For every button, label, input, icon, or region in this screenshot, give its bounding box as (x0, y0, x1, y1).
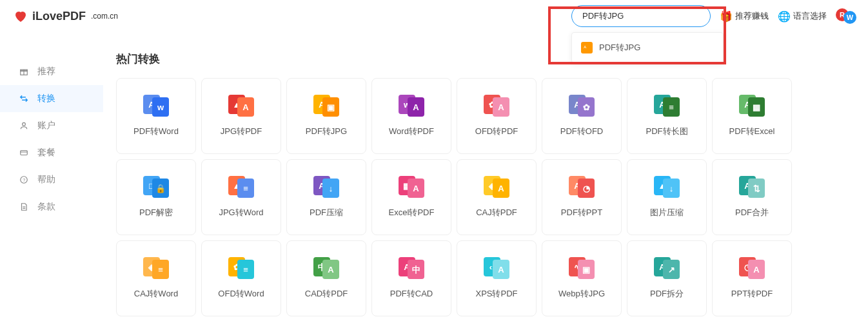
tool-label: OFD转PDF (475, 126, 518, 137)
globe-icon: 🌐 (778, 10, 791, 23)
sidebar-item-label: 帮助 (37, 174, 55, 186)
heart-icon (13, 8, 28, 24)
sidebar-item-convert[interactable]: 转换 (0, 85, 103, 112)
tool-icon: ◈A (484, 176, 509, 198)
tool-card[interactable]: wAWord转PDF (371, 78, 451, 154)
tool-label: OFD转Word (218, 288, 264, 300)
svg-text:?: ? (23, 178, 25, 182)
tool-label: PDF转OFD (560, 126, 603, 137)
tool-card[interactable]: A◔PDF转PPT (542, 159, 622, 235)
tool-card[interactable]: ∿▣Webp转JPG (542, 240, 622, 316)
tool-label: PPT转PDF (731, 288, 773, 300)
tool-icon: A中 (399, 257, 424, 279)
swap-icon (18, 93, 30, 104)
tool-label: PDF转长图 (646, 126, 688, 137)
svg-rect-6 (21, 151, 28, 155)
tool-icon: ▦A (399, 176, 424, 198)
sidebar-item-terms[interactable]: 条款 (0, 193, 103, 220)
tool-label: PDF转CAD (390, 288, 433, 300)
tool-card[interactable]: ◔APPT转PDF (712, 240, 792, 316)
language-select[interactable]: 🌐 语言选择 (778, 10, 827, 23)
tool-card[interactable]: A⇅PDF合并 (712, 159, 792, 235)
search-suggestion-label: PDF转JPG (599, 42, 640, 53)
search-suggestion-item[interactable]: A PDF转JPG (572, 38, 723, 57)
card-icon (18, 147, 30, 159)
tool-card[interactable]: ▲AJPG转PDF (201, 78, 281, 154)
tool-card[interactable]: □🔒PDF解密 (116, 159, 196, 235)
tool-card[interactable]: ✿≡OFD转Word (201, 240, 281, 316)
search-suggestions: A PDF转JPG (571, 32, 724, 63)
tool-label: PDF拆分 (650, 288, 684, 300)
tool-label: Excel转PDF (389, 207, 435, 218)
app-badges[interactable]: R W (836, 8, 855, 24)
logo-text: iLovePDF (32, 10, 86, 23)
svg-text:A: A (584, 45, 586, 49)
search-container: A PDF转JPG (571, 5, 711, 27)
tool-card[interactable]: 中ACAD转PDF (286, 240, 366, 316)
main-content: 热门转换 AwPDF转Word▲AJPG转PDFA▣PDF转JPGwAWord转… (103, 32, 868, 328)
tool-icon: □🔒 (143, 176, 169, 198)
tool-card[interactable]: ▲↓图片压缩 (627, 159, 707, 235)
sidebar-item-label: 条款 (37, 201, 55, 213)
tool-card[interactable]: A↓PDF压缩 (286, 159, 366, 235)
sidebar-item-recommend[interactable]: 推荐 (0, 58, 103, 85)
tool-card[interactable]: A中PDF转CAD (371, 240, 451, 316)
sidebar-item-help[interactable]: ?帮助 (0, 166, 103, 193)
app-badge-w-icon: W (843, 11, 856, 24)
tool-label: PDF解密 (139, 207, 173, 218)
tool-card[interactable]: A≡PDF转长图 (627, 78, 707, 154)
tool-icon: ◔A (739, 257, 765, 279)
sidebar-item-label: 套餐 (37, 147, 55, 159)
help-icon: ? (18, 174, 30, 186)
doc-icon (18, 201, 30, 213)
tool-label: CAD转PDF (305, 288, 348, 300)
recommend-earn-link[interactable]: 🎁 推荐赚钱 (720, 10, 769, 23)
tool-icon: A▦ (739, 95, 765, 117)
sidebar-item-plan[interactable]: 套餐 (0, 139, 103, 166)
tool-icon: ‹›A (484, 257, 509, 279)
tool-icon: ✿≡ (228, 257, 254, 279)
tool-label: PDF转Excel (729, 126, 775, 137)
user-icon (18, 120, 30, 131)
tool-card[interactable]: A✿PDF转OFD (542, 78, 622, 154)
section-title: 热门转换 (116, 52, 855, 66)
tool-label: JPG转PDF (221, 126, 262, 137)
tool-card[interactable]: ▦AExcel转PDF (371, 159, 451, 235)
tool-icon: A≡ (654, 95, 680, 117)
tool-icon: A⇅ (739, 176, 765, 198)
tool-card[interactable]: ‹›AXPS转PDF (457, 240, 537, 316)
search-input[interactable] (571, 5, 711, 27)
tool-icon: ▲≡ (228, 176, 254, 198)
tool-card[interactable]: AwPDF转Word (116, 78, 196, 154)
tools-grid: AwPDF转Word▲AJPG转PDFA▣PDF转JPGwAWord转PDF✿A… (116, 78, 855, 316)
tool-icon: wA (399, 95, 424, 117)
tool-card[interactable]: A▦PDF转Excel (712, 78, 792, 154)
tool-card[interactable]: ◈ACAJ转PDF (457, 159, 537, 235)
tool-label: CAJ转Word (134, 288, 178, 300)
gift-icon: 🎁 (720, 10, 733, 23)
sidebar: 推荐转换账户套餐?帮助条款 (0, 32, 103, 328)
tool-card[interactable]: ▲≡JPG转Word (201, 159, 281, 235)
sidebar-item-label: 推荐 (37, 66, 55, 77)
tool-label: PDF合并 (735, 207, 769, 218)
sidebar-item-label: 账户 (37, 120, 55, 131)
gift-icon (18, 66, 30, 77)
sidebar-item-label: 转换 (37, 93, 55, 104)
tool-label: 图片压缩 (650, 207, 684, 218)
tool-label: XPS转PDF (475, 288, 517, 300)
tool-label: PDF转Word (133, 126, 179, 137)
tool-card[interactable]: ✿AOFD转PDF (457, 78, 537, 154)
sidebar-item-account[interactable]: 账户 (0, 112, 103, 139)
tool-label: PDF转PPT (561, 207, 602, 218)
tool-icon: ✿A (484, 95, 509, 117)
tool-card[interactable]: A▣PDF转JPG (286, 78, 366, 154)
tool-icon: ◈≡ (143, 257, 169, 279)
tool-card[interactable]: A↗PDF拆分 (627, 240, 707, 316)
logo[interactable]: iLovePDF .com.cn (13, 8, 118, 24)
language-label: 语言选择 (793, 10, 827, 22)
tool-card[interactable]: ◈≡CAJ转Word (116, 240, 196, 316)
tool-label: JPG转Word (219, 207, 263, 218)
tool-label: PDF压缩 (310, 207, 343, 218)
tool-icon: A◔ (569, 176, 595, 198)
pdf-to-jpg-icon: A (581, 42, 593, 53)
